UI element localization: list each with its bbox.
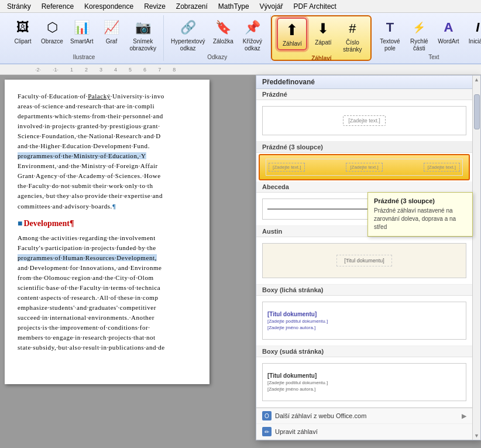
smartart-icon: 📊 xyxy=(73,18,91,37)
clipart-label: Clipart xyxy=(15,38,32,45)
menu-revize[interactable]: Revize xyxy=(139,1,170,12)
prazdne-preview: [Zadejte text.] xyxy=(262,106,466,135)
graf-icon: 📈 xyxy=(102,18,121,37)
zapati-icon: ⬇ xyxy=(314,19,332,38)
boxy-licha-sub1: [Zadejte podtitul dokumentu.] xyxy=(267,319,328,324)
menu-korespondence[interactable]: Korespondence xyxy=(80,1,138,12)
graf-button[interactable]: 📈 Graf xyxy=(98,16,125,47)
dropdown-item-prazdne[interactable]: [Zadejte text.] xyxy=(256,100,472,142)
zapati-button[interactable]: ⬇ Zápatí xyxy=(310,18,336,48)
ruler: ·2· ·1· 1 2 3 4 5 6 7 8 xyxy=(0,64,481,75)
obrazce-button[interactable]: ⬡ Obrazce xyxy=(39,16,66,47)
iniciala-button[interactable]: I Iniciála xyxy=(464,16,481,47)
ruler-marks: ·2· ·1· 1 2 3 4 5 6 7 8 xyxy=(35,67,187,73)
office-icon: O xyxy=(262,411,272,420)
tooltip-title: Prázdné (3 sloupce) xyxy=(374,197,466,204)
section-prazdne: Prázdné xyxy=(256,89,472,100)
dropdown-item-boxy-suda[interactable]: [Titul dokumentu] [Zadejte podtitul doku… xyxy=(256,357,472,408)
smartart-button[interactable]: 📊 SmartArt xyxy=(68,16,95,47)
cislo-button[interactable]: # Číslo stránky xyxy=(339,18,366,55)
krizovy-label: Křížový odkaz xyxy=(243,38,262,52)
arrow-icon: ▶ xyxy=(462,412,466,420)
col3-text: [Zadejte text.] xyxy=(424,163,460,172)
menu-bar: Stránky Reference Korespondence Revize Z… xyxy=(0,0,481,13)
menu-mathtype[interactable]: MathType xyxy=(214,1,254,12)
snimek-icon: 📷 xyxy=(133,18,152,37)
edit-icon: ✏ xyxy=(262,427,272,436)
tooltip-box: Prázdné (3 sloupce) Prázdné záhlaví nast… xyxy=(367,192,473,237)
header-dropdown: Předdefinované Prázdné [Zadejte text.] P… xyxy=(256,75,481,440)
zalozka-button[interactable]: 🔖 Záložka xyxy=(209,16,236,47)
wordart-button[interactable]: A WordArt xyxy=(435,16,462,47)
boxy-licha-preview: [Titul dokumentu] [Zadejte podtitul doku… xyxy=(262,302,466,340)
snimek-label: Snímek obrazovky xyxy=(129,38,156,52)
graf-label: Graf xyxy=(106,38,117,45)
upravit-zahlaví-button[interactable]: ✏ Upravit záhlaví xyxy=(256,424,472,440)
cislo-label: Číslo stránky xyxy=(343,39,362,53)
zalozka-label: Záložka xyxy=(213,38,233,45)
main-area: Faculty·of·Education·of·Palacký·Universi… xyxy=(0,75,481,448)
dropdown-scrollbar[interactable]: ▲ ▼ xyxy=(472,76,480,440)
text-group-label: Text xyxy=(428,54,439,61)
boxy-suda-sub1: [Zadejte podtitul dokumentu.] xyxy=(267,380,328,385)
dropdown-item-boxy-licha[interactable]: [Titul dokumentu] [Zadejte podtitul doku… xyxy=(256,296,472,346)
prazdne-3col-preview: [Zadejte text.] [Zadejte text.] [Zadejte… xyxy=(266,159,463,176)
dropdown-item-austin[interactable]: [Titul dokumentu] xyxy=(256,237,472,285)
zahlaví-group-label: Záhlaví xyxy=(311,55,331,63)
snimek-button[interactable]: 📷 Snímek obrazovky xyxy=(127,16,159,54)
boxy-licha-sub2: [Zadejte jméno autora.] xyxy=(267,325,315,330)
textpole-button[interactable]: T Textové pole xyxy=(376,16,403,54)
section-boxy-licha: Boxy (lichá stránka) xyxy=(256,285,472,296)
tooltip-desc: Prázdné záhlaví nastavené na zarovnání d… xyxy=(374,207,466,231)
obrazce-label: Obrazce xyxy=(41,38,63,45)
textpole-label: Textové pole xyxy=(380,38,400,52)
col2-text: [Zadejte text.] xyxy=(346,163,382,172)
doc-paragraph-2: Among·the·activities·regarding·the·invol… xyxy=(18,233,197,353)
menu-zobrazeni[interactable]: Zobrazení xyxy=(171,1,212,12)
rychle-button[interactable]: ⚡ Rychlé části xyxy=(406,16,432,54)
document-page: Faculty·of·Education·of·Palacký·Universi… xyxy=(5,80,209,384)
zahlaví-icon: ⬆ xyxy=(283,20,301,39)
menu-vyvojar[interactable]: Vývojář xyxy=(255,1,288,12)
dropdown-item-prazdne-3col[interactable]: [Zadejte text.] [Zadejte text.] [Zadejte… xyxy=(259,154,470,180)
rychle-icon: ⚡ xyxy=(410,18,428,37)
menu-stranky[interactable]: Stránky xyxy=(2,1,36,12)
zalozka-icon: 🔖 xyxy=(214,18,232,37)
ribbon-group-zahlaví: ⬆ Záhlaví ⬇ Zápatí # Číslo stránky Záhla… xyxy=(271,15,372,61)
ribbon-group-odkazy: 🔗 Hypertextový odkaz 🔖 Záložka 📌 Křížový… xyxy=(164,15,271,61)
dropdown-footer: O Další záhlaví z webu Office.com ▶ ✏ Up… xyxy=(256,408,472,440)
menu-pdf-architect[interactable]: PDF Architect xyxy=(289,1,341,12)
hypertextovy-button[interactable]: 🔗 Hypertextový odkaz xyxy=(169,16,207,54)
zahlaví-button[interactable]: ⬆ Záhlaví xyxy=(277,18,307,50)
dropdown-items: Prázdné [Zadejte text.] Prázdné (3 sloup… xyxy=(256,89,472,408)
austin-title-text: [Titul dokumentu] xyxy=(336,255,392,266)
dalsi-zahlaví-button[interactable]: O Další záhlaví z webu Office.com ▶ xyxy=(256,408,472,424)
section-prazdne-3col: Prázdné (3 sloupce) xyxy=(256,142,472,153)
ribbon-group-text: T Textové pole ⚡ Rychlé části A WordArt … xyxy=(372,15,481,61)
clipart-button[interactable]: 🖼 Clipart xyxy=(9,16,36,47)
ribbon: 🖼 Clipart ⬡ Obrazce 📊 SmartArt 📈 Graf 📷 xyxy=(0,13,481,64)
hypertextovy-label: Hypertextový odkaz xyxy=(171,38,205,52)
odkazy-group-label: Odkazy xyxy=(207,54,227,61)
boxy-suda-preview: [Titul dokumentu] [Zadejte podtitul doku… xyxy=(262,363,466,401)
section-abeceda: Abeceda xyxy=(256,182,472,193)
iniciala-icon: I xyxy=(468,18,481,37)
obrazce-icon: ⬡ xyxy=(43,18,61,37)
smartart-label: SmartArt xyxy=(70,38,93,45)
menu-reference[interactable]: Reference xyxy=(37,1,78,12)
wordart-label: WordArt xyxy=(438,38,459,45)
boxy-licha-title: [Titul dokumentu] xyxy=(267,311,317,317)
krizovy-button[interactable]: 📌 Křížový odkaz xyxy=(239,16,266,54)
scrollbar-thumb[interactable] xyxy=(474,94,480,129)
section-boxy-suda: Boxy (sudá stránka) xyxy=(256,346,472,357)
krizovy-icon: 📌 xyxy=(243,18,262,37)
zapati-label: Zápatí xyxy=(315,39,331,46)
hypertextovy-icon: 🔗 xyxy=(178,18,197,37)
wordart-icon: A xyxy=(439,18,458,37)
doc-heading-development: ■Development¶ xyxy=(18,217,197,230)
col1-text: [Zadejte text.] xyxy=(269,163,305,172)
zahlaví-label: Záhlaví xyxy=(283,40,302,47)
rychle-label: Rychlé části xyxy=(410,38,428,52)
prazdne-placeholder-text: [Zadejte text.] xyxy=(343,115,386,126)
dropdown-header: Předdefinované xyxy=(256,76,472,89)
